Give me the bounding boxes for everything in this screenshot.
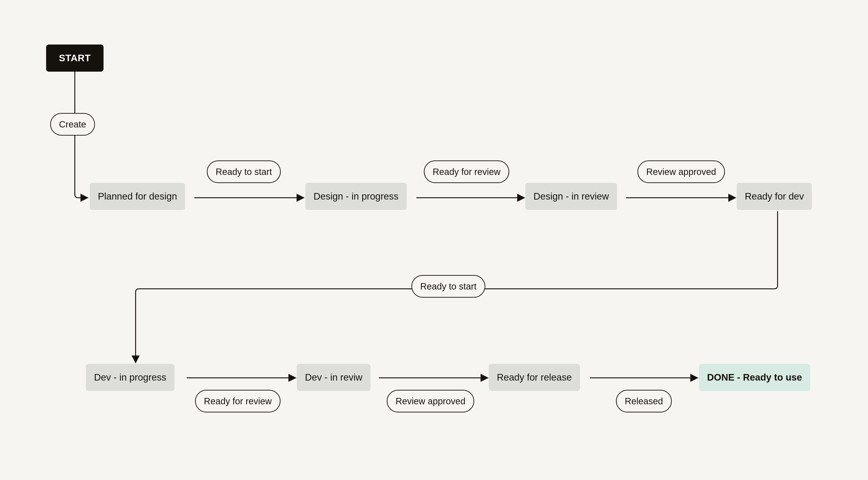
transition-review-approved-2: Review approved [387,390,474,412]
state-label: Dev - in progress [94,372,166,383]
state-design-in-progress: Design - in progress [305,183,407,210]
transition-released: Released [616,390,672,412]
state-label: Design - in review [533,191,609,202]
transition-review-approved-1: Review approved [638,160,725,183]
transition-label: Review approved [396,396,465,406]
transition-label: Ready for review [433,167,500,177]
transition-create: Create [50,113,95,136]
start-label: START [59,53,91,64]
workflow-diagram: START Create Planned for design Design -… [0,0,868,480]
transition-label: Released [625,396,663,406]
state-ready-for-dev: Ready for dev [737,183,812,210]
state-ready-for-release: Ready for release [489,364,580,391]
state-label: Ready for release [497,372,572,383]
transition-label: Ready for review [204,396,272,406]
transition-ready-to-start-2: Ready to start [411,275,485,298]
state-dev-in-progress: Dev - in progress [86,364,175,391]
state-label: DONE - Ready to use [707,372,802,383]
transition-label: Review approved [646,167,716,177]
state-design-in-review: Design - in review [525,183,617,210]
transition-ready-to-start-1: Ready to start [207,160,281,183]
transition-label: Ready to start [216,167,272,177]
transition-ready-for-review-1: Ready for review [424,160,509,183]
state-label: Design - in progress [313,191,399,202]
transition-label: Create [59,119,86,129]
state-dev-in-review: Dev - in reviw [297,364,370,391]
state-label: Dev - in reviw [305,372,362,383]
state-label: Ready for dev [745,191,804,202]
transition-label: Ready to start [420,281,476,291]
state-label: Planned for design [98,191,177,202]
transition-ready-for-review-2: Ready for review [195,390,281,412]
start-node: START [46,44,103,72]
state-done: DONE - Ready to use [699,364,810,391]
state-planned-for-design: Planned for design [90,183,185,210]
